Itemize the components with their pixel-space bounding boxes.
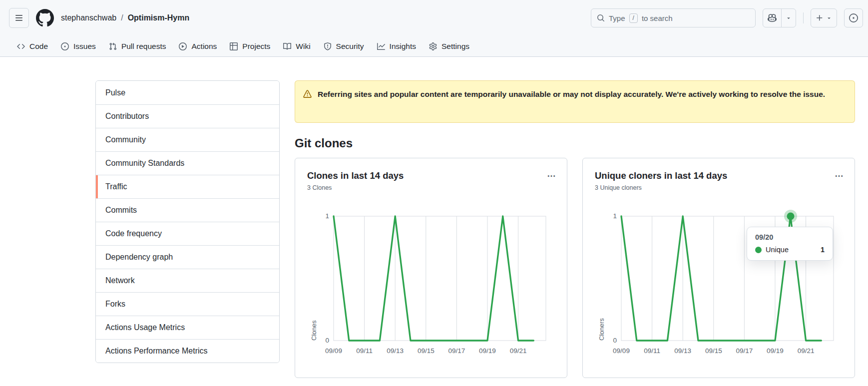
section-title: Git clones — [295, 136, 855, 150]
line-chart-svg — [334, 216, 546, 341]
sidebar-item-network[interactable]: Network — [96, 269, 279, 292]
sidebar-item-forks[interactable]: Forks — [96, 292, 279, 316]
tab-settings[interactable]: Settings — [425, 39, 473, 54]
breadcrumb: stephanschwab / Optimism-Hymn — [61, 13, 189, 22]
x-axis-tick-label: 09/13 — [387, 347, 404, 355]
chart-cards-row: Clones in last 14 days 3 Clones … Clones… — [295, 158, 855, 378]
y-axis-tick-label: 1 — [314, 212, 329, 220]
repo-nav: Code Issues Pull requests Actions Projec… — [0, 36, 868, 57]
tab-label: Code — [29, 42, 48, 51]
x-axis-tick-label: 09/15 — [418, 347, 434, 355]
sidebar-item-commits[interactable]: Commits — [96, 198, 279, 222]
tab-actions[interactable]: Actions — [175, 39, 221, 54]
x-axis-tick-label: 09/15 — [705, 347, 722, 355]
tab-wiki[interactable]: Wiki — [279, 39, 314, 54]
x-axis-tick-label: 09/17 — [448, 347, 465, 355]
tab-pull-requests[interactable]: Pull requests — [105, 39, 170, 54]
github-logo[interactable] — [36, 9, 54, 27]
copilot-icon — [768, 13, 777, 22]
y-axis-tick-label: 1 — [602, 212, 617, 220]
shield-icon — [324, 42, 332, 50]
card-title: Unique cloners in last 14 days — [595, 170, 727, 181]
sidebar-item-traffic[interactable]: Traffic — [96, 175, 279, 198]
git-pull-request-icon — [109, 42, 117, 50]
play-icon — [179, 42, 187, 50]
tab-label: Wiki — [296, 42, 310, 51]
breadcrumb-separator: / — [121, 13, 123, 22]
three-bars-icon — [15, 14, 23, 22]
x-axis-tick-label: 09/17 — [736, 347, 753, 355]
search-placeholder-prefix: Type — [609, 14, 625, 22]
search-icon — [597, 14, 605, 22]
slash-key-hint: / — [629, 13, 638, 23]
card-title: Clones in last 14 days — [307, 170, 404, 181]
y-axis-tick-label: 0 — [314, 337, 329, 344]
gear-icon — [429, 42, 437, 50]
tab-label: Security — [336, 42, 364, 51]
code-icon — [17, 42, 25, 50]
sidebar-item-dependency-graph[interactable]: Dependency graph — [96, 245, 279, 269]
sidebar-item-community[interactable]: Community — [96, 128, 279, 151]
sidebar-item-actions-usage-metrics[interactable]: Actions Usage Metrics — [96, 316, 279, 339]
x-axis-labels: 09/0909/1109/1309/1509/1709/1909/21 — [334, 347, 546, 357]
sidebar-item-code-frequency[interactable]: Code frequency — [96, 222, 279, 245]
tab-label: Settings — [441, 42, 469, 51]
tab-label: Pull requests — [121, 42, 166, 51]
tab-label: Insights — [390, 42, 416, 51]
warning-banner: Referring sites and popular content are … — [295, 80, 855, 123]
x-axis-tick-label: 09/09 — [325, 347, 342, 355]
x-axis-tick-label: 09/09 — [613, 347, 630, 355]
breadcrumb-owner-link[interactable]: stephanschwab — [61, 13, 116, 22]
kebab-menu-button[interactable]: … — [544, 166, 560, 181]
tab-label: Projects — [242, 42, 270, 51]
x-axis-tick-label: 09/19 — [479, 347, 496, 355]
issue-opened-icon — [61, 42, 69, 50]
issues-global-button[interactable] — [844, 8, 863, 27]
issue-opened-icon — [849, 13, 858, 22]
search-input[interactable]: Type / to search — [591, 8, 756, 27]
create-new-button[interactable] — [811, 8, 837, 27]
x-axis-tick-label: 09/19 — [767, 347, 784, 355]
y-axis-label: Cloners — [598, 216, 605, 341]
sidebar-item-contributors[interactable]: Contributors — [96, 104, 279, 128]
breadcrumb-repo-link[interactable]: Optimism-Hymn — [128, 13, 190, 22]
chevron-down-icon — [826, 9, 832, 27]
sidebar-item-actions-performance-metrics[interactable]: Actions Performance Metrics — [96, 339, 279, 363]
x-axis-tick-label: 09/21 — [510, 347, 527, 355]
card-subtitle: 3 Clones — [307, 184, 332, 191]
sidebar-item-community-standards[interactable]: Community Standards — [96, 151, 279, 175]
plot-area[interactable] — [334, 216, 546, 341]
copilot-button-group — [763, 8, 796, 27]
x-axis-tick-label: 09/11 — [644, 347, 660, 355]
x-axis-tick-label: 09/13 — [674, 347, 691, 355]
graph-icon — [377, 42, 385, 50]
unique-cloners-card: Unique cloners in last 14 days 3 Unique … — [582, 158, 855, 378]
tab-insights[interactable]: Insights — [373, 39, 420, 54]
card-subtitle: 3 Unique cloners — [595, 184, 642, 191]
tooltip-value: 1 — [821, 246, 825, 254]
copilot-dropdown-button[interactable] — [781, 9, 796, 27]
x-axis-labels: 09/0909/1109/1309/1509/1709/1909/21 — [621, 347, 834, 357]
tab-projects[interactable]: Projects — [226, 39, 274, 54]
alert-triangle-icon — [303, 90, 312, 115]
global-header: stephanschwab / Optimism-Hymn Type / to … — [0, 0, 868, 36]
tab-security[interactable]: Security — [320, 39, 368, 54]
sidebar-item-pulse[interactable]: Pulse — [96, 81, 279, 104]
tab-label: Issues — [73, 42, 96, 51]
hamburger-menu-button[interactable] — [9, 8, 29, 28]
tab-label: Actions — [191, 42, 217, 51]
copilot-button[interactable] — [763, 9, 781, 27]
book-icon — [283, 42, 291, 50]
tooltip-series-label: Unique — [766, 246, 789, 254]
github-mark-icon — [36, 9, 54, 27]
x-axis-tick-label: 09/21 — [798, 347, 815, 355]
main-column: Referring sites and popular content are … — [295, 80, 855, 378]
highlighted-point-marker — [784, 210, 797, 223]
clones-chart: Clones 1 0 09/0909/1109/1309/1509/1709/1… — [295, 208, 567, 378]
tab-code[interactable]: Code — [13, 39, 52, 54]
table-icon — [230, 42, 238, 50]
tab-issues[interactable]: Issues — [57, 39, 100, 54]
y-axis-tick-label: 0 — [602, 337, 617, 344]
kebab-menu-button[interactable]: … — [832, 166, 848, 181]
clones-card: Clones in last 14 days 3 Clones … Clones… — [295, 158, 567, 378]
